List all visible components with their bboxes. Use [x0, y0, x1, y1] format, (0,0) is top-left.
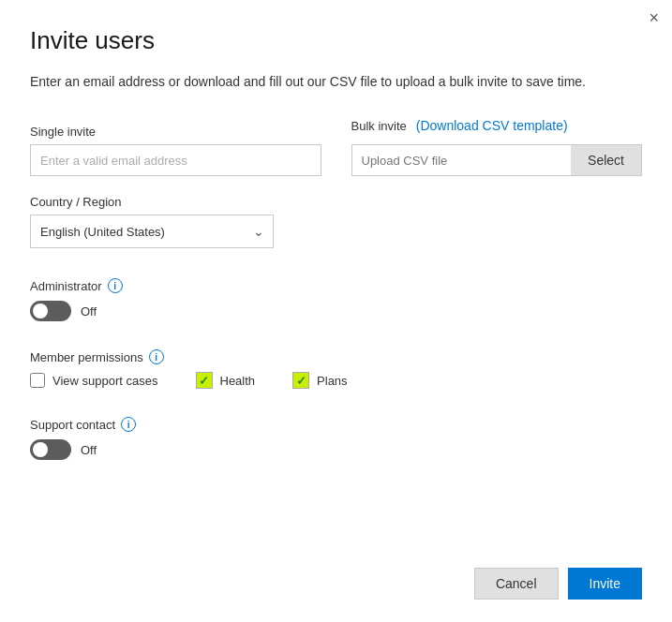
- view-support-label: View support cases: [52, 374, 158, 388]
- plans-checkbox-item: Plans: [292, 372, 348, 389]
- health-checkbox-highlight[interactable]: [196, 372, 213, 389]
- download-csv-link[interactable]: (Download CSV template): [416, 118, 568, 133]
- member-permissions-label: Member permissions: [30, 350, 143, 364]
- single-invite-label: Single invite: [30, 125, 321, 139]
- member-permissions-section: Member permissions i View support cases …: [30, 338, 642, 389]
- cancel-button[interactable]: Cancel: [474, 568, 559, 600]
- administrator-section: Administrator i Off: [30, 267, 642, 325]
- dialog-title: Invite users: [30, 26, 642, 55]
- support-contact-toggle[interactable]: [30, 439, 71, 460]
- plans-label: Plans: [317, 374, 348, 388]
- support-contact-toggle-thumb: [33, 442, 48, 457]
- administrator-toggle[interactable]: [30, 301, 71, 321]
- bulk-file-row: Select: [351, 144, 643, 176]
- support-contact-toggle-row: Off: [30, 439, 642, 460]
- administrator-header: Administrator i: [30, 278, 642, 293]
- health-checkbox-item: Health: [196, 372, 256, 389]
- country-dropdown-wrapper: English (United States) ⌄: [30, 215, 274, 248]
- invite-row: Single invite Bulk invite (Download CSV …: [30, 118, 642, 176]
- select-button[interactable]: Select: [571, 144, 642, 176]
- country-region-label: Country / Region: [30, 195, 642, 209]
- invite-button[interactable]: Invite: [568, 568, 642, 600]
- administrator-toggle-label: Off: [81, 304, 97, 318]
- support-contact-toggle-label: Off: [81, 443, 97, 457]
- administrator-toggle-track: [30, 301, 71, 321]
- health-label: Health: [220, 374, 256, 388]
- single-invite-group: Single invite: [30, 125, 321, 176]
- view-support-checkbox[interactable]: [30, 373, 45, 388]
- member-permissions-info-icon: i: [149, 349, 164, 364]
- administrator-info-icon: i: [108, 278, 123, 293]
- administrator-label: Administrator: [30, 279, 102, 293]
- administrator-toggle-thumb: [33, 304, 48, 318]
- support-contact-info-icon: i: [121, 417, 136, 432]
- support-contact-section: Support contact i Off: [30, 406, 642, 464]
- view-support-checkbox-item: View support cases: [30, 373, 158, 388]
- dialog-description: Enter an email address or download and f…: [30, 72, 630, 92]
- invite-users-dialog: × Invite users Enter an email address or…: [0, 0, 672, 622]
- csv-file-input[interactable]: [351, 144, 572, 176]
- country-region-select[interactable]: English (United States): [30, 215, 274, 248]
- administrator-toggle-row: Off: [30, 301, 642, 321]
- dialog-footer: Cancel Invite: [30, 538, 642, 600]
- spacer: [30, 464, 642, 538]
- permissions-checkboxes-row: View support cases Health Plans: [30, 372, 642, 389]
- member-permissions-header: Member permissions i: [30, 349, 642, 364]
- support-contact-header: Support contact i: [30, 417, 642, 432]
- bulk-invite-group: Bulk invite (Download CSV template) Sele…: [351, 118, 643, 176]
- close-button[interactable]: ×: [649, 9, 659, 26]
- support-contact-toggle-track: [30, 439, 71, 460]
- support-contact-label: Support contact: [30, 418, 115, 432]
- country-region-group: Country / Region English (United States)…: [30, 195, 642, 248]
- bulk-invite-label: Bulk invite: [351, 119, 407, 133]
- plans-checkbox-highlight[interactable]: [292, 372, 309, 389]
- email-input[interactable]: [30, 144, 321, 176]
